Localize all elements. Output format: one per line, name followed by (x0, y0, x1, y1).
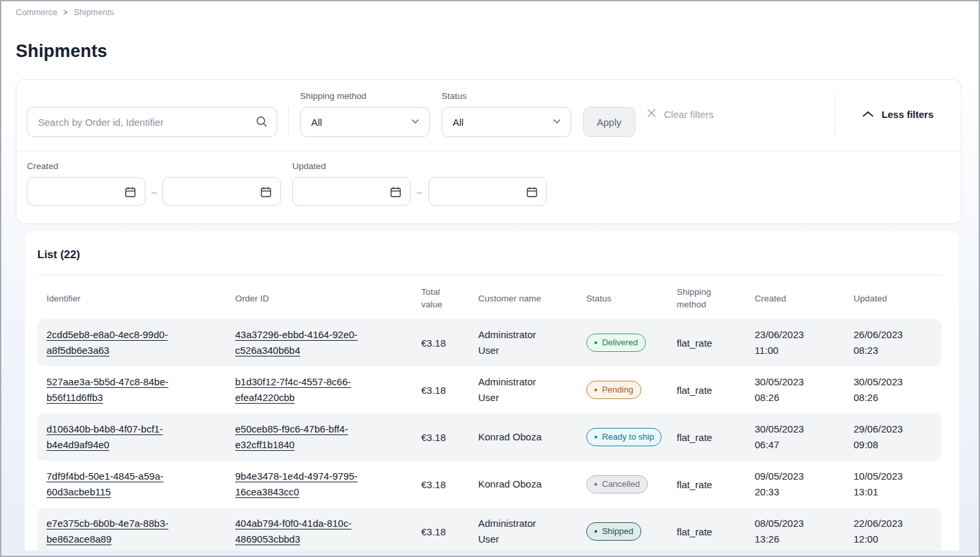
order-id-link[interactable]: 9b4e3478-1e4d-4974-9795-16cea3843cc0 (235, 469, 403, 500)
status-dot-icon: • (594, 528, 597, 535)
status-select[interactable]: All (442, 107, 571, 137)
total-value: €3.18 (421, 526, 446, 537)
chevron-down-icon (552, 116, 562, 128)
identifier-link[interactable]: 2cdd5eb8-e8a0-4ec8-99d0-a8f5db6e3a63 (47, 327, 217, 358)
col-header-shipping-method: Shipping method (668, 275, 745, 319)
date-range-separator: – (417, 186, 422, 197)
status-dot-icon: • (594, 481, 597, 488)
status-dot-icon: • (594, 434, 597, 440)
created-to-field (162, 177, 281, 206)
customer-name: Konrad Oboza (478, 476, 542, 492)
shipping-method-value: All (311, 117, 322, 128)
updated-from-field (292, 177, 411, 206)
status-badge: • Pending (586, 381, 641, 399)
updated-label: Updated (292, 161, 546, 171)
updated-datetime: 22/06/202312:00 (854, 516, 932, 547)
shipping-method: flat_rate (677, 432, 712, 443)
created-label: Created (27, 161, 281, 171)
order-id-link[interactable]: 404ab794-f0f0-41da-810c-4869053cbbd3 (235, 516, 403, 547)
created-datetime: 23/06/202311:00 (755, 327, 835, 358)
shipping-method: flat_rate (677, 526, 712, 537)
shipments-table: Identifier Order ID Total value Customer… (37, 275, 941, 550)
updated-datetime: 10/05/202313:01 (854, 469, 932, 500)
filter-divider (835, 93, 835, 135)
shipping-method-filter: Shipping method All (300, 91, 430, 137)
order-id-link[interactable]: e50ceb85-f9c6-47b6-bff4-e32cff1b1840 (235, 421, 403, 453)
table-header-row: Identifier Order ID Total value Customer… (37, 275, 941, 319)
total-value: €3.18 (421, 337, 446, 349)
created-from-input[interactable] (28, 178, 145, 205)
total-value: €3.18 (421, 479, 446, 490)
created-datetime: 30/05/202306:47 (755, 421, 835, 453)
breadcrumb: Commerce > Shipments (1, 1, 979, 17)
shipments-table-body: 2cdd5eb8-e8a0-4ec8-99d0-a8f5db6e3a63 43a… (37, 319, 941, 550)
order-id-link[interactable]: 43a37296-ebbd-4164-92e0-c526a340b6b4 (235, 327, 403, 358)
customer-name: Administrator User (478, 516, 558, 547)
less-filters-label: Less filters (882, 109, 933, 120)
shipments-list-panel: List (22) Identifier Order ID Total valu… (25, 231, 959, 550)
col-header-updated: Updated (844, 275, 941, 319)
status-badge: • Cancelled (586, 475, 648, 493)
updated-date-filter: Updated – (292, 161, 546, 206)
total-value: €3.18 (421, 432, 446, 443)
shipping-method: flat_rate (677, 337, 712, 349)
breadcrumb-shipments[interactable]: Shipments (74, 7, 114, 17)
table-row: d106340b-b4b8-4f07-bcf1-b4e4d9af94e0 e50… (37, 413, 941, 461)
page-title: Shipments (16, 41, 979, 62)
shipments-page: Commerce > Shipments Shipments Shipping … (0, 0, 980, 557)
less-filters-button[interactable]: Less filters (862, 99, 933, 129)
status-badge: • Delivered (586, 334, 646, 352)
table-row: 527aae3a-5b5d-47c8-84be-b56f11d6ffb3 b1d… (37, 366, 941, 413)
col-header-status: Status (577, 275, 668, 319)
x-icon (646, 107, 657, 121)
created-date-filter: Created – (27, 161, 281, 206)
total-value: €3.18 (421, 385, 446, 396)
shipping-method-select[interactable]: All (300, 107, 430, 137)
table-row: 7df9f4bd-50e1-4845-a59a-60d3acbeb115 9b4… (37, 461, 941, 508)
col-header-customer-name: Customer name (469, 275, 577, 319)
created-from-field (27, 177, 145, 206)
chevron-down-icon (410, 116, 421, 128)
chevron-up-icon (862, 109, 874, 120)
status-label: Cancelled (602, 479, 640, 489)
col-header-order-id: Order ID (226, 275, 412, 319)
updated-datetime: 29/06/202309:08 (854, 421, 932, 453)
col-header-identifier: Identifier (37, 275, 226, 319)
identifier-link[interactable]: d106340b-b4b8-4f07-bcf1-b4e4d9af94e0 (47, 421, 217, 453)
updated-from-input[interactable] (293, 178, 410, 205)
identifier-link[interactable]: 7df9f4bd-50e1-4845-a59a-60d3acbeb115 (47, 469, 217, 500)
status-badge: • Shipped (586, 522, 641, 541)
apply-button[interactable]: Apply (583, 107, 635, 137)
updated-datetime: 30/05/202308:26 (854, 374, 932, 406)
col-header-total-value: Total value (412, 275, 469, 319)
clear-filters-button[interactable]: Clear filters (646, 99, 714, 129)
status-value: All (453, 117, 464, 128)
created-datetime: 09/05/202320:33 (755, 469, 835, 500)
breadcrumb-commerce[interactable]: Commerce (16, 7, 58, 17)
status-label: Pending (602, 385, 633, 394)
customer-name: Administrator User (478, 374, 558, 406)
status-filter: Status All (442, 91, 571, 137)
created-datetime: 08/05/202313:26 (755, 516, 835, 547)
identifier-link[interactable]: 527aae3a-5b5d-47c8-84be-b56f11d6ffb3 (47, 374, 217, 406)
breadcrumb-separator: > (64, 8, 68, 17)
identifier-link[interactable]: e7e375cb-6b0b-4e7a-88b3-be862ace8a89 (47, 516, 217, 547)
updated-to-field (428, 177, 547, 206)
updated-datetime: 26/06/202308:23 (854, 327, 932, 358)
table-row: 2cdd5eb8-e8a0-4ec8-99d0-a8f5db6e3a63 43a… (37, 319, 941, 366)
shipping-method: flat_rate (677, 479, 712, 490)
status-dot-icon: • (594, 339, 597, 346)
order-id-link[interactable]: b1d30f12-7f4c-4557-8c66-efeaf4220cbb (235, 374, 403, 406)
search-input[interactable] (27, 107, 277, 137)
shipping-method: flat_rate (677, 385, 712, 396)
customer-name: Administrator User (478, 327, 558, 358)
status-label: Status (442, 91, 571, 101)
status-badge: • Ready to ship (586, 428, 662, 446)
filter-divider (288, 107, 289, 137)
col-header-created: Created (745, 275, 844, 319)
shipping-method-label: Shipping method (300, 91, 430, 101)
updated-to-input[interactable] (429, 178, 546, 205)
created-to-input[interactable] (163, 178, 280, 205)
customer-name: Konrad Oboza (478, 429, 542, 445)
search-box (27, 107, 277, 137)
